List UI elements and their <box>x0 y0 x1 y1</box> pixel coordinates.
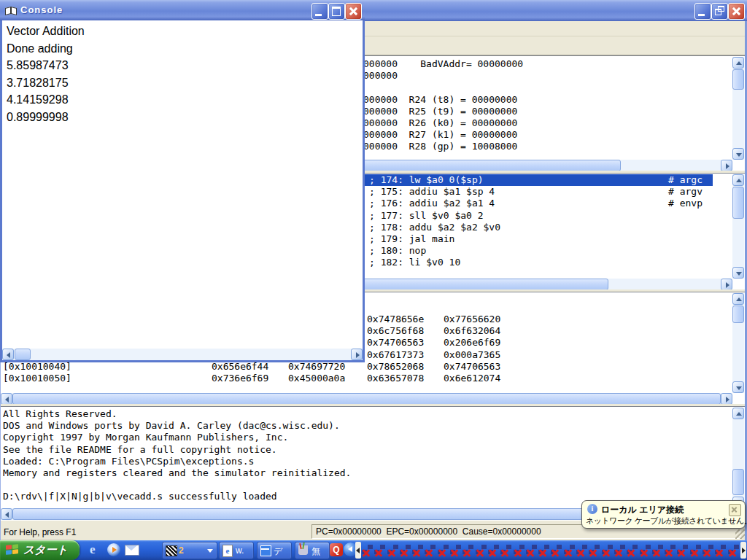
scroll-right-button[interactable] <box>351 349 363 360</box>
console-line: 5.85987473 <box>7 57 85 74</box>
media-player-icon[interactable] <box>107 543 120 556</box>
network-disconnected-icon[interactable] <box>702 543 714 558</box>
network-disconnected-icon[interactable] <box>689 543 702 558</box>
start-button-label: スタート <box>23 543 68 557</box>
window-icon <box>260 545 271 556</box>
resize-grip[interactable] <box>735 529 745 539</box>
network-disconnected-icon[interactable] <box>601 543 614 558</box>
console-hscrollbar[interactable] <box>2 349 363 360</box>
register-line: 000000 <box>363 70 523 82</box>
network-disconnected-icon[interactable] <box>513 543 525 558</box>
network-disconnected-icon[interactable] <box>714 543 727 558</box>
scroll-right-button[interactable] <box>721 160 732 171</box>
scroll-left-button[interactable] <box>2 349 14 360</box>
start-button[interactable]: スタート <box>0 540 80 560</box>
console-line: 0.89999998 <box>7 109 85 126</box>
message-line: Copyright 1997 by Morgan Kaufmann Publis… <box>3 432 351 443</box>
taskbar-button-ie[interactable]: e w. <box>219 542 254 559</box>
windows-logo-icon <box>6 544 19 556</box>
network-disconnected-icon[interactable] <box>538 543 550 558</box>
network-disconnected-icon[interactable] <box>525 543 538 558</box>
scroll-up-button[interactable] <box>732 293 744 305</box>
data-row: [0x10010040]0x656e6f440x746977200x786520… <box>1 361 732 373</box>
scroll-up-button[interactable] <box>732 57 744 69</box>
network-disconnected-icon[interactable] <box>487 543 500 558</box>
outlook-express-icon[interactable] <box>125 545 139 556</box>
scroll-right-button[interactable] <box>721 393 732 405</box>
band-scroll-left-button[interactable] <box>355 542 361 559</box>
network-disconnected-icon[interactable] <box>387 543 399 558</box>
network-disconnected-icon[interactable] <box>588 543 600 558</box>
network-disconnected-icon[interactable] <box>651 543 664 558</box>
task-label: w. <box>236 545 244 556</box>
scroll-thumb[interactable] <box>732 69 744 90</box>
message-line <box>3 479 351 491</box>
console-line: Vector Addition <box>7 23 85 40</box>
instruction-code: ; 176: addiu $a2 $a1 4 <box>369 198 495 209</box>
scroll-down-button[interactable] <box>732 381 744 393</box>
arrow-right-icon <box>742 548 746 553</box>
network-disconnected-icon[interactable] <box>639 543 651 558</box>
scroll-down-button[interactable] <box>732 148 744 160</box>
network-disconnected-icon[interactable] <box>399 543 411 558</box>
console-titlebar[interactable]: Console <box>0 0 365 20</box>
scroll-thumb[interactable] <box>732 306 744 323</box>
minimize-button[interactable] <box>311 3 328 20</box>
scroll-thumb[interactable] <box>15 349 31 360</box>
scroll-thumb[interactable] <box>12 393 721 405</box>
instruction-code: ; 182: li $v0 10 <box>369 257 460 268</box>
message-line: Memory and registers cleared and the sim… <box>3 467 351 479</box>
network-disconnected-icon[interactable] <box>727 543 740 558</box>
network-disconnected-icon[interactable] <box>449 543 462 558</box>
taskbar-group-button-pcspim[interactable]: 2 <box>162 542 217 559</box>
taskbar: スタート e 2 e w. デ 無 Q <box>0 540 747 560</box>
network-disconnected-icon[interactable] <box>664 543 676 558</box>
balloon-close-button[interactable] <box>729 504 741 516</box>
instruction-code: ; 174: lw $a0 0($sp) <box>369 174 484 186</box>
internet-explorer-icon[interactable]: e <box>90 543 103 556</box>
taskbar-button-window[interactable]: デ <box>257 542 292 559</box>
scroll-left-button[interactable] <box>1 393 12 405</box>
quicktime-icon[interactable]: Q <box>330 543 343 556</box>
restore-button[interactable] <box>711 3 728 20</box>
close-button[interactable] <box>728 3 745 20</box>
band-scroll-right-button[interactable] <box>740 542 746 559</box>
network-disconnected-icon[interactable] <box>626 543 638 558</box>
text-vscrollbar[interactable] <box>732 174 744 279</box>
network-disconnected-icon[interactable] <box>614 543 626 558</box>
network-disconnected-icon[interactable] <box>475 543 487 558</box>
network-disconnected-icon[interactable] <box>500 543 512 558</box>
network-disconnected-icon[interactable] <box>424 543 436 558</box>
close-button[interactable] <box>345 3 362 20</box>
scroll-thumb[interactable] <box>732 469 744 495</box>
arrow-right-icon <box>726 397 729 402</box>
maximize-button[interactable] <box>328 3 345 20</box>
taskbar-button-paint[interactable]: 無 <box>295 542 330 559</box>
messages-vscrollbar[interactable] <box>732 408 744 508</box>
scroll-down-button[interactable] <box>732 267 744 279</box>
scroll-left-button[interactable] <box>1 508 12 520</box>
scroll-up-button[interactable] <box>732 174 744 186</box>
status-cpu-text: PC=0x00000000 EPC=0x00000000 Cause=0x000… <box>316 526 541 537</box>
network-disconnected-icon[interactable] <box>676 543 689 558</box>
data-vscrollbar[interactable] <box>732 293 744 393</box>
message-line: DOS and Windows ports by David A. Carley… <box>3 420 351 432</box>
network-disconnected-icon[interactable] <box>550 543 562 558</box>
registers-vscrollbar[interactable] <box>732 57 744 160</box>
restore-icon <box>715 9 721 15</box>
arrow-down-icon <box>736 386 742 390</box>
minimize-button[interactable] <box>694 3 711 20</box>
scroll-thumb[interactable] <box>732 187 744 219</box>
network-disconnected-icon[interactable] <box>563 543 576 558</box>
network-disconnected-icon[interactable] <box>462 543 474 558</box>
network-disconnected-icon[interactable] <box>374 543 386 558</box>
network-disconnected-icon[interactable] <box>437 543 449 558</box>
network-disconnected-icon[interactable] <box>576 543 588 558</box>
arrow-up-icon <box>736 61 742 65</box>
network-disconnected-icon[interactable] <box>411 543 424 558</box>
network-disconnected-icon[interactable] <box>361 543 374 558</box>
scroll-right-button[interactable] <box>721 279 732 290</box>
data-hscrollbar[interactable] <box>1 393 732 405</box>
scroll-up-button[interactable] <box>732 408 744 419</box>
message-line: All Rights Reserved. <box>3 408 351 420</box>
